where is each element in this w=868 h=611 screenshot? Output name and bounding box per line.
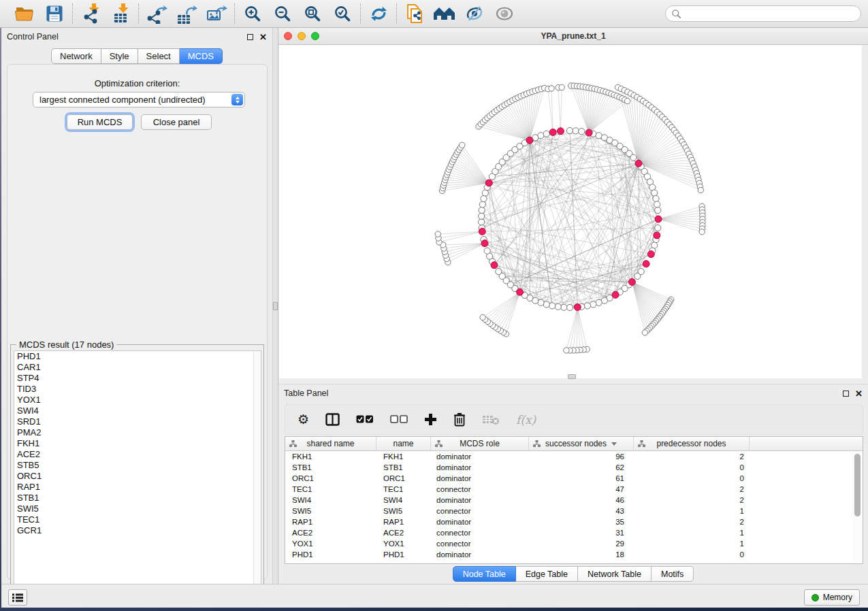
leaf-node[interactable] [699,229,705,235]
ring-node[interactable] [479,207,485,213]
close-panel-icon[interactable]: ✕ [259,33,267,42]
mcds-hub-node[interactable] [517,288,524,295]
table-row[interactable]: TEC1TEC1connector472 [285,484,863,495]
ring-node[interactable] [555,303,561,310]
mcds-hub-node[interactable] [491,262,498,269]
mcds-hub-node[interactable] [654,232,660,239]
close-panel-icon[interactable]: ✕ [855,389,863,398]
leaf-node[interactable] [435,231,440,237]
mcds-hub-node[interactable] [526,137,533,144]
mcds-hub-node[interactable] [612,291,619,298]
mcds-result-item[interactable]: CAR1 [14,362,261,373]
mcds-hub-node[interactable] [549,129,556,135]
float-panel-icon[interactable] [247,34,253,40]
table-options-button[interactable]: ⚙ [298,413,309,426]
apply-layout-button[interactable] [367,3,390,24]
float-panel-icon[interactable] [843,391,849,397]
ring-node[interactable] [584,303,590,309]
mcds-hub-node[interactable] [574,304,581,311]
ring-node[interactable] [566,304,573,310]
mcds-result-item[interactable]: TEC1 [14,514,261,525]
function-builder-button[interactable]: f(x) [516,413,536,427]
birds-eye-view-button[interactable] [493,3,516,24]
mcds-result-item[interactable]: SWI4 [14,406,261,416]
table-row[interactable]: ORC1ORC1dominator610 [285,473,863,484]
delete-table-button[interactable] [482,414,500,425]
ring-node[interactable] [655,225,661,231]
close-panel-button[interactable]: Close panel [141,114,212,130]
first-neighbors-button[interactable] [433,3,456,24]
ring-node[interactable] [549,303,556,309]
export-image-button[interactable] [205,3,228,24]
splitter-handle[interactable] [568,374,576,379]
tab-network[interactable]: Network [51,48,101,64]
mcds-result-item[interactable]: GCR1 [14,525,261,536]
mcds-result-item[interactable]: STB1 [14,493,261,503]
ring-node[interactable] [481,195,487,201]
zoom-fit-button[interactable] [301,3,324,24]
leaf-node[interactable] [642,330,647,335]
search-input[interactable] [685,9,855,18]
zoom-selected-button[interactable] [331,3,354,24]
mcds-hub-node[interactable] [585,129,592,136]
ring-node[interactable] [653,195,659,201]
network-canvas[interactable] [279,45,862,378]
tab-network-table[interactable]: Network Table [578,566,652,582]
vertical-splitter[interactable] [272,28,278,584]
ring-node[interactable] [484,248,490,254]
ring-node[interactable] [479,213,485,219]
mcds-result-item[interactable]: SRD1 [14,416,261,427]
leaf-node[interactable] [480,314,485,320]
show-panels-button[interactable] [8,589,27,606]
leaf-node[interactable] [564,348,569,353]
ring-node[interactable] [479,201,485,208]
mcds-result-item[interactable]: ACE2 [14,449,261,460]
horizontal-splitter[interactable] [278,378,868,384]
mcds-hub-node[interactable] [628,278,635,285]
mcds-hub-node[interactable] [479,228,485,235]
table-row[interactable]: STB1STB1dominator620 [285,462,863,473]
import-table-button[interactable] [109,3,132,24]
ring-node[interactable] [652,190,658,196]
tab-edge-table[interactable]: Edge Table [516,566,578,582]
ring-node[interactable] [496,269,502,275]
mcds-list-scrollbar[interactable] [253,351,261,596]
mcds-hub-node[interactable] [481,240,488,247]
node-table[interactable]: shared namenameMCDS rolesuccessor nodesp… [285,436,863,564]
split-panel-button[interactable] [325,413,340,426]
ring-node[interactable] [596,299,602,306]
ring-node[interactable] [538,133,544,139]
ring-node[interactable] [579,129,585,135]
splitter-handle[interactable] [273,302,278,310]
leaf-node[interactable] [460,142,465,148]
leaf-node[interactable] [698,187,703,193]
mcds-result-item[interactable]: SWI5 [14,503,261,514]
mcds-result-item[interactable]: FKH1 [14,438,261,449]
ring-node[interactable] [654,201,660,208]
table-row[interactable]: RAP1RAP1dominator352 [285,516,863,527]
optimization-criterion-select[interactable]: largest connected component (undirected) [33,92,245,108]
network-window-titlebar[interactable]: YPA_prune.txt_1 [278,28,868,45]
deselect-all-button[interactable] [390,415,408,424]
tab-mcds[interactable]: MCDS [180,48,223,64]
delete-column-button[interactable] [453,412,466,427]
mcds-hub-node[interactable] [655,216,662,222]
add-column-button[interactable] [424,413,437,426]
mcds-result-item[interactable]: YOX1 [14,395,261,406]
tab-node-table[interactable]: Node Table [453,566,516,582]
mcds-hub-node[interactable] [557,128,564,135]
mcds-hub-node[interactable] [647,251,654,258]
mcds-hub-node[interactable] [635,160,642,167]
ring-node[interactable] [634,273,641,279]
table-row[interactable]: PHD1PHD1dominator180 [285,549,863,560]
ring-node[interactable] [590,301,596,308]
leaf-node[interactable] [549,86,554,91]
open-session-button[interactable] [13,3,36,24]
select-all-button[interactable] [356,415,374,424]
ring-node[interactable] [573,128,579,134]
mcds-hub-node[interactable] [643,261,649,267]
mcds-result-item[interactable]: RAP1 [14,482,261,493]
hide-graphics-details-button[interactable] [463,3,486,24]
table-row[interactable]: SWI5SWI5connector431 [285,506,863,516]
ring-node[interactable] [561,304,567,310]
